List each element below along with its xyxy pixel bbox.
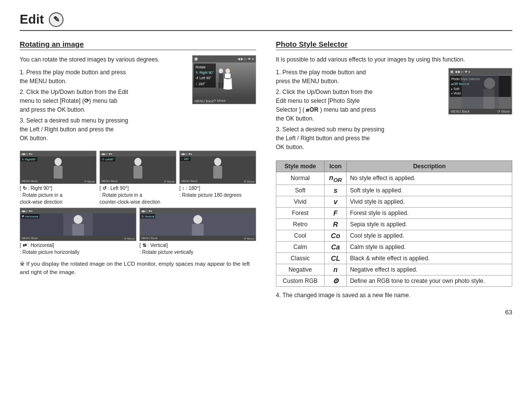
s180-topbar: ◀▶▷❖♦ [180,151,256,156]
style-vivid: Vivid [276,196,325,207]
shot-vertical: ◀▶▷❖♦ ⇅ Vertical MENU Back⟳ Move [139,208,256,256]
icon-normal: nOR [324,172,347,185]
svg-rect-11 [213,166,222,179]
sv-svg [140,214,256,236]
rotate-steps: You can rotate the stored images by vari… [20,55,189,147]
svg-point-10 [214,158,221,166]
desc-normal: No style effect is applied. [347,172,512,185]
s180-back: MENU Back [181,180,198,183]
sl-topbar: ◀▶▷❖♦ [100,151,176,156]
ps-intro: It is possible to add various effects to… [276,55,512,64]
table-row: Classic CL Black & white effect is appli… [276,252,512,264]
icon-cool: Co [324,230,347,241]
si-back: MENU Back [22,180,38,183]
page-number: 63 [20,308,512,316]
ps-step-2: 2. Click the Up/Down button from theEdit… [276,88,445,123]
sl-bot: MENU Back⟳ Move [100,179,176,184]
si-bot: MENU Back⟳ Move [20,179,96,184]
table-row: Custom RGB ⚙ Define an RGB tone to creat… [276,275,512,286]
sl-back: MENU Back [101,180,118,183]
svg-rect-9 [133,166,142,179]
style-custom-rgb: Custom RGB [276,275,325,286]
table-row: Normal nOR No style effect is applied. [276,172,512,185]
desc-calm: Calm style is applied. [347,241,512,252]
ps-footer: 4. The changed image is saved as a new f… [276,291,512,300]
three-rotation-shots: ◀▶▷❖♦ ↻ Right90° MENU Back⟳ Move [ ↻ [20,151,256,206]
desc-negative: Negative effect is applied. [347,264,512,275]
cam-r-move: ⟳ Move [498,110,510,114]
ps-steps: 1. Press the play mode button andpress t… [276,68,445,155]
desc-vivid: Vivid style is applied. [347,196,512,207]
cam-bottom-bar: MENU Back ⟳ Move [193,98,256,104]
rotate-step-3: 3. Select a desired sub menu by pressing… [20,116,189,143]
sv-move: ⟳ Move [244,237,254,240]
icon-calm: Ca [324,241,347,252]
page-title: Edit ✎ [20,12,512,31]
svg-point-4 [226,68,230,73]
cam-r-topbar: ▣ ◀ ▶ ▷ ❖ ♦ [449,68,512,75]
cam-r-bg [449,75,512,109]
s180-icons: ◀▶▷❖♦ [181,152,192,155]
right-heading: Photo Style Selector [276,40,512,50]
left-section: Rotating an image You can rotate the sto… [20,40,256,304]
svg-point-8 [134,158,141,166]
table-row: Soft s Soft style is applied. [276,185,512,196]
svg-rect-1 [219,73,223,82]
table-header-row: Style mode Icon Description [276,161,512,172]
style-calm: Calm [276,241,325,252]
svg-rect-17 [192,224,204,236]
caption-right90: [ ↻ : Right 90°]: Rotate picture in aclo… [20,185,97,206]
sv-topbar: ◀▶▷❖♦ [140,208,256,214]
cam-r-main: Photo Style Selector 𝒏OR Normal 𝒔 Soft 𝒗… [449,75,512,109]
title-text: Edit [20,12,44,27]
shot-img-180: ◀▶▷❖♦ ↕ 180° MENU Back⟳ Move [179,151,256,184]
cam-r-back: MENU Back [451,110,469,113]
desc-forest: Forest style is applied. [347,207,512,218]
style-forest: Forest [276,207,325,218]
svg-rect-14 [72,224,84,236]
sh-icons: ◀▶▷❖♦ [21,209,33,213]
s180-bot: MENU Back⟳ Move [180,179,256,184]
si-label: ↻ Right90° [21,157,37,161]
sv-label: ⇅ Vertical [140,214,155,218]
sh-topbar: ◀▶▷❖♦ [20,208,136,214]
sh-move: ⟳ Move [124,237,134,240]
cam-r-icons: ▣ ◀ ▶ ▷ ❖ ♦ [450,70,470,74]
sh-label: ⇄ Horizontal [21,214,39,218]
s180-label: ↕ 180° [180,157,191,161]
desc-custom-rgb: Define an RGB tone to create your own ph… [347,275,512,286]
desc-soft: Soft style is applied. [347,185,512,196]
svg-rect-20 [483,89,495,109]
two-flip-shots: ◀▶▷❖♦ ⇄ Horizontal MENU Back⟳ Move [20,208,256,256]
sl-main: ↺ Left90° [100,156,176,179]
style-retro: Retro [276,218,325,230]
shot-img-right90: ◀▶▷❖♦ ↻ Right90° MENU Back⟳ Move [20,151,97,184]
style-negative: Negative [276,264,325,275]
cam-main-view: Rotate ↻ Right 90° ↺ Left 90° ↕ 180° [193,62,256,98]
edit-icon: ✎ [49,12,64,27]
sh-back: MENU Back [22,237,38,240]
ps-ol: 1. Press the play mode button andpress t… [276,68,445,152]
style-table-body: Normal nOR No style effect is applied. S… [276,172,512,287]
table-row: Vivid v Vivid style is applied. [276,196,512,207]
svg-rect-5 [225,73,231,78]
style-table: Style mode Icon Description Normal nOR N… [276,160,512,287]
s180-move: ⟳ Move [244,180,254,183]
sh-main: ⇄ Horizontal [20,214,136,236]
left-intro: You can rotate the stored images by vari… [20,55,189,64]
rotate-step-2: 2. Click the Up/Down button from the Edi… [20,88,189,114]
s180-svg [180,156,256,179]
sv-icons: ◀▶▷❖♦ [141,209,152,213]
style-cool: Cool [276,230,325,241]
shot-img-left90: ◀▶▷❖♦ ↺ Left90° MENU Back⟳ Move [100,151,176,184]
sv-back: MENU Back [141,237,158,240]
s180-main: ↕ 180° [180,156,256,179]
shot-img-v: ◀▶▷❖♦ ⇅ Vertical MENU Back⟳ Move [139,208,256,241]
cam-top-bar: ◀ ▶ ▷ ❖ ♦ [193,56,256,62]
rotate-step-1: 1. Press the play mode button and presst… [20,68,189,86]
icon-classic: CL [324,252,347,264]
sl-icons: ◀▶▷❖♦ [101,152,112,155]
table-row: Negative n Negative effect is applied. [276,264,512,275]
svg-rect-2 [219,82,221,89]
table-row: Forest F Forest style is applied. [276,207,512,218]
